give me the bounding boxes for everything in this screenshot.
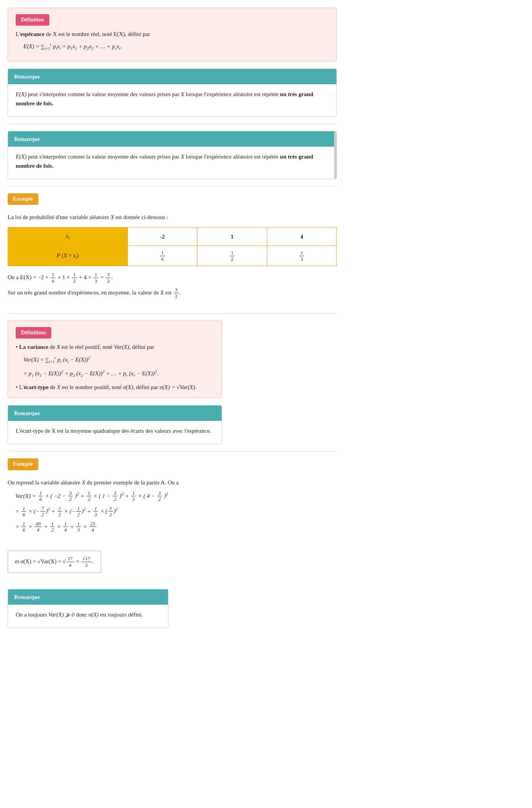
table-cell-x2: 1 [197,227,267,246]
remarque-box-4: Remarque On a toujours Var(X) ⩾ 0 donc σ… [8,589,168,628]
var-calc-line2: = 16 × (−72)2 + 12 × (−12)2 + 13 × (52)2 [15,505,337,518]
example-calc-1: On a E(X) = −2 × 16 + 1 × 12 + 4 × 13 = … [8,272,337,284]
var-calc-line3: = 16 × 494 + 12 × 14 + 13 × 254 [15,521,337,533]
probability-table: xi -2 1 4 P (X = xi) 16 12 13 [8,227,337,266]
table-cell-x3: 4 [267,227,336,246]
example-conclusion-1: Sur un très grand nombre d'expériences, … [8,287,337,299]
exemple-box-2: Exemple On reprend la variable aléatoire… [8,458,337,582]
exemple-badge-2: Exemple [8,458,38,470]
ecart-type-definition: • L'écart-type de X est le nombre positi… [16,383,214,392]
remarque-body-4: On a toujours Var(X) ⩾ 0 donc σ(X) est t… [8,605,168,628]
exemple-box-1: Exemple La loi de probabilité d'une vari… [8,193,337,306]
table-row-label: P (X = xi) [8,245,128,266]
exemple-body-2: On reprend la variable aléatoire X du pr… [8,474,337,582]
definition-text: L'espérance de X est le nombre réel, not… [16,29,329,39]
remarque-box-2: Remarque E(X) peut s'interpréter comme l… [8,131,337,179]
var-calc-line1: Var(X) = 16 × ( −2 − 32 )2 + 12 × ( 1 − … [15,490,337,502]
remarque-body-1: E(X) peut s'interpréter comme la valeur … [8,84,336,116]
definition-badge: Définition [16,14,49,26]
remarque-header-3: Remarque [8,406,222,421]
table-cell-p1: 16 [127,245,197,266]
table-cell-x1: -2 [127,227,197,246]
definitions-badge: Définitions [16,327,51,339]
variance-definition: • La variance de X est le réel positif, … [16,342,214,379]
exemple-body-1: La loi de probabilité d'une variable alé… [8,209,337,306]
remarque-body-2: E(X) peut s'interpréter comme la valeur … [8,147,336,179]
remarque-body-3: L'écart-type de X est la moyenne quadrat… [8,421,222,444]
remarque-header-1: Remarque [8,69,336,84]
table-header-xi: xi [8,227,128,246]
exemple-badge-1: Exemple [8,193,38,205]
remarque-header-4: Remarque [8,589,168,605]
remarque-box-3: Remarque L'écart-type de X est la moyenn… [8,405,222,444]
formula-expectation: E(X) = ∑i=1r pixi = p1x1 + p2x2 + … + pr… [23,42,329,52]
table-cell-p2: 12 [197,245,267,266]
table-cell-p3: 13 [267,245,336,266]
definition-box-1: Définition L'espérance de X est le nombr… [8,8,337,62]
remarque-header-2: Remarque [8,131,336,147]
remarque-box-1: Remarque E(X) peut s'interpréter comme l… [8,69,337,117]
definition-box-2: Définitions • La variance de X est le ré… [8,321,222,399]
sigma-formula-box: et σ(X) = √Var(X) = √174 = √172. [8,551,101,573]
